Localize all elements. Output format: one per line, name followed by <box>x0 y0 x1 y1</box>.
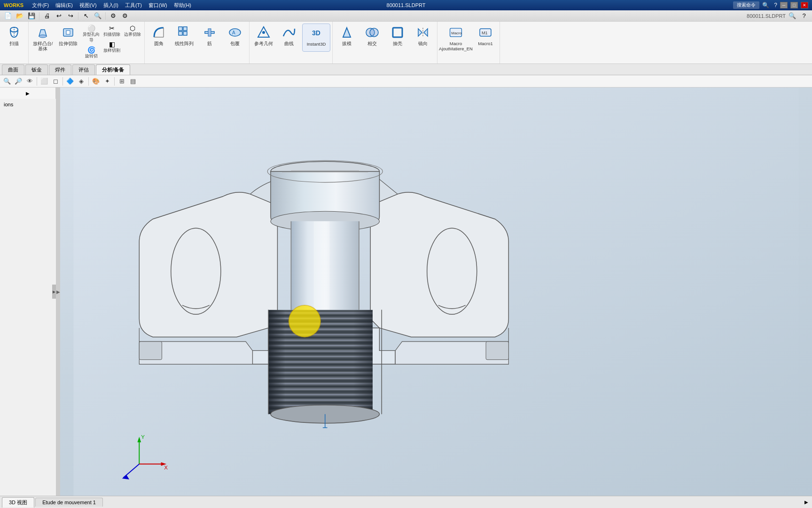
btn-loft-boss[interactable]: 放样凸台/基体 <box>31 24 55 53</box>
open-icon[interactable]: 📂 <box>15 11 25 21</box>
tab-weldment[interactable]: 焊件 <box>49 64 71 75</box>
svg-rect-8 <box>179 27 182 31</box>
btn-scan[interactable]: 扫描 <box>2 24 26 52</box>
vt-zoom-in[interactable]: 🔎 <box>13 76 23 87</box>
btn-shell[interactable]: 抽壳 <box>385 24 410 52</box>
vt-render[interactable]: ✦ <box>102 76 112 87</box>
btn-intersect[interactable]: 相交 <box>360 24 384 52</box>
rib-label: 筋 <box>207 41 212 46</box>
close-button[interactable]: ✕ <box>801 2 808 8</box>
panel-resize-handle[interactable]: ▶ <box>56 87 60 496</box>
vt-display-settings[interactable]: 👁 <box>24 76 35 87</box>
vt-wireframe[interactable]: ◻ <box>50 76 61 87</box>
zoom-icon[interactable]: 🔍 <box>93 11 103 21</box>
menu-edit[interactable]: 编辑(E) <box>53 1 76 9</box>
btn-loft-cut[interactable]: ◧ 放样切割 <box>102 40 122 55</box>
vt-section[interactable]: ⊞ <box>117 76 127 87</box>
macro-ajout-label: Macro AjoutMatiere_EN <box>439 41 473 52</box>
main-shaft <box>291 222 359 310</box>
bottom-tab-motion[interactable]: Etude de mouvement 1 <box>35 498 103 507</box>
top-icon-bar: 📄 📂 💾 🖨 ↩ ↪ ↖ 🔍 ⚙ ⚙ 800011.SLDPRT 🔍 ? <box>0 10 812 22</box>
save-icon[interactable]: 💾 <box>26 11 37 21</box>
vt-edges[interactable]: ◈ <box>76 76 86 87</box>
svg-rect-9 <box>183 27 187 31</box>
search-icon[interactable]: 🔍 <box>762 2 769 8</box>
vt-view-orient[interactable]: ⬜ <box>39 76 49 87</box>
loft-cut-label: 放样切割 <box>103 48 120 54</box>
minimize-button[interactable]: ─ <box>780 2 788 8</box>
maximize-button[interactable]: □ <box>790 2 798 8</box>
search-box[interactable]: 搜索命令 <box>733 1 759 9</box>
scan-icon <box>7 25 22 40</box>
help-icon[interactable]: ? <box>774 2 777 8</box>
vt-shaded[interactable]: 🔷 <box>65 76 75 87</box>
btn-scan-cut[interactable]: ✂ 扫描切除 <box>102 24 122 39</box>
toolbar-section-features: 放样凸台/基体 拉伸切除 ⚪ 异型孔向导 🌀 旋转切 ✂ 扫描切除 ◧ <box>29 22 145 64</box>
btn-macro-ajout[interactable]: Macro Macro AjoutMatiere_EN <box>439 24 472 53</box>
curves-label: 曲线 <box>284 41 294 46</box>
btn-instant3d[interactable]: 3D Instant3D <box>302 24 330 52</box>
mirror-icon <box>415 25 430 40</box>
gear2-icon[interactable]: ⚙ <box>120 11 130 21</box>
btn-fillet[interactable]: 圆角 <box>147 24 171 52</box>
menu-view[interactable]: 视图(V) <box>77 1 100 9</box>
top-cap <box>267 160 383 231</box>
btn-mirror[interactable]: 镜向 <box>411 24 435 52</box>
btn-boundary-cut[interactable]: ⬡ 边界切除 <box>123 24 142 39</box>
btn-wrap[interactable]: A 包覆 <box>223 24 247 52</box>
new-icon[interactable]: 📄 <box>3 11 13 21</box>
tab-analysis[interactable]: 分析/备备 <box>96 64 130 75</box>
menu-insert[interactable]: 插入(I) <box>101 1 121 9</box>
btn-macro1[interactable]: M1 Macro1 <box>473 24 498 52</box>
vt-zoom-to-fit[interactable]: 🔍 <box>2 76 12 87</box>
menu-tools[interactable]: 工具(T) <box>122 1 145 9</box>
svg-text:A: A <box>232 30 235 35</box>
left-panel-content: ions <box>0 99 56 496</box>
redo-icon[interactable]: ↪ <box>65 11 76 21</box>
btn-draft[interactable]: 拔模 <box>335 24 359 52</box>
btn-extrude-cut[interactable]: 拉伸切除 <box>56 24 80 52</box>
tab-evaluate[interactable]: 评估 <box>72 64 95 75</box>
menu-window[interactable]: 窗口(W) <box>146 1 170 9</box>
menu-file[interactable]: 文件(F) <box>29 1 52 9</box>
tab-sheetmetal[interactable]: 钣金 <box>25 64 48 75</box>
btn-curves[interactable]: 曲线 <box>277 24 301 52</box>
search-cmd-icon[interactable]: 🔍 <box>787 11 797 21</box>
svg-text:Y: Y <box>141 434 145 440</box>
left-panel-collapse[interactable]: ▶ <box>52 285 56 299</box>
select-icon[interactable]: ↖ <box>81 11 91 21</box>
tab-surface[interactable]: 曲面 <box>2 64 24 75</box>
curves-icon <box>281 25 297 40</box>
sep1 <box>39 12 39 20</box>
btn-rib[interactable]: 筋 <box>197 24 222 52</box>
options-icon[interactable]: ⚙ <box>108 11 118 21</box>
bottom-tab-arrow[interactable]: ▶ <box>803 499 810 506</box>
bottom-tab-3dview[interactable]: 3D 视图 <box>2 497 34 508</box>
vt-appearance[interactable]: 🎨 <box>91 76 101 87</box>
vt-camera[interactable]: ▤ <box>128 76 138 87</box>
btn-ref-geometry[interactable]: 参考几何 <box>251 24 276 52</box>
svg-point-3 <box>39 35 47 38</box>
svg-rect-13 <box>208 29 211 36</box>
draft-label: 拔模 <box>342 41 351 46</box>
3d-viewport[interactable]: Y X <box>60 87 812 496</box>
scan-cut-icon: ✂ <box>109 24 115 32</box>
fillet-label: 圆角 <box>154 41 164 46</box>
wrap-icon: A <box>227 25 242 40</box>
lp-tab-feature-tree[interactable]: ▶ <box>0 87 56 99</box>
menu-help[interactable]: 帮助(H) <box>171 1 194 9</box>
sep3 <box>105 12 106 20</box>
btn-hole-wizard[interactable]: ⚪ 异型孔向导 <box>81 24 101 44</box>
revolve-cut-label: 旋转切 <box>85 54 98 59</box>
undo-icon[interactable]: ↩ <box>54 11 64 21</box>
instant3d-icon: 3D <box>309 25 324 40</box>
print-icon[interactable]: 🖨 <box>42 11 52 21</box>
svg-text:Macro: Macro <box>451 31 462 35</box>
sep-vt4 <box>114 77 115 86</box>
scan-cut-label: 扫描切除 <box>103 32 120 38</box>
svg-rect-83 <box>268 310 382 414</box>
selection-highlight <box>289 305 321 337</box>
btn-revolve-cut[interactable]: 🌀 旋转切 <box>81 45 101 60</box>
btn-linear-pattern[interactable]: 线性阵列 <box>172 24 196 52</box>
help2-icon[interactable]: ? <box>799 11 809 21</box>
